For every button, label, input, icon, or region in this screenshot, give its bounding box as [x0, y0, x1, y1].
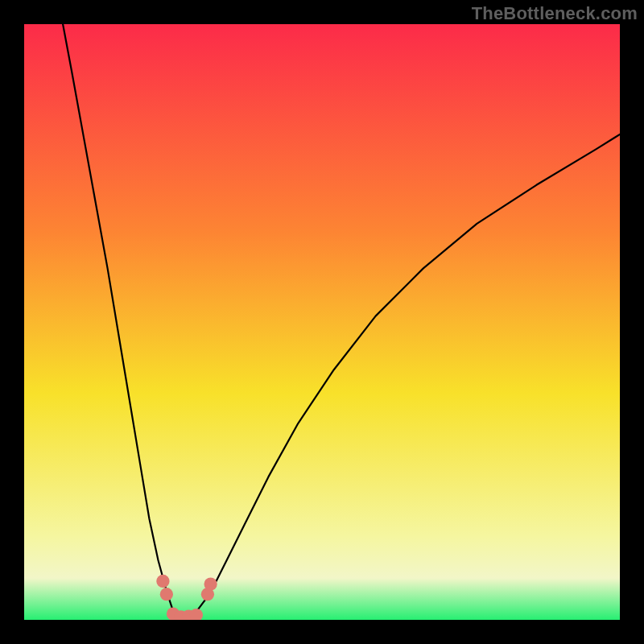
marker-dot [160, 588, 173, 601]
chart-plot-area [24, 24, 620, 620]
marker-dot [204, 577, 217, 590]
gradient-background [24, 24, 620, 620]
chart-frame: TheBottleneck.com [0, 0, 644, 644]
chart-svg [24, 24, 620, 620]
watermark-text: TheBottleneck.com [472, 3, 638, 24]
marker-dot [156, 575, 169, 588]
